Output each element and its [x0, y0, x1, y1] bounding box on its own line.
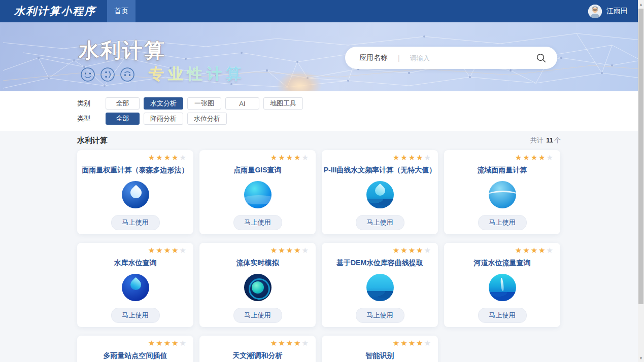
search-divider: |	[398, 54, 400, 62]
app-card: ★★★★★河道水位流量查询马上使用	[444, 243, 560, 327]
use-now-button[interactable]: 马上使用	[233, 215, 282, 230]
filter-category-hydrology[interactable]: 水文分析	[144, 97, 183, 110]
filter-category-label: 类别	[77, 99, 97, 108]
sphere-cyan-app-icon	[244, 181, 272, 208]
vertical-scrollbar[interactable]: ▲ ▼	[638, 0, 644, 362]
star-icon-filled: ★	[409, 339, 416, 347]
star-icon-filled: ★	[172, 339, 179, 347]
lens-flare	[277, 70, 322, 91]
app-card: ★★★★★流体实时模拟马上使用	[199, 243, 316, 327]
star-icon-filled: ★	[278, 339, 286, 347]
star-icon-empty: ★	[180, 246, 187, 255]
user-name: 江雨田	[606, 7, 628, 16]
user-menu[interactable]: 江雨田	[588, 5, 628, 18]
star-icon-filled: ★	[393, 246, 400, 255]
star-icon-filled: ★	[294, 153, 301, 162]
search-bar: 应用名称 |	[345, 47, 557, 69]
main-content: 水利计算 共计 11个 ★★★★★面雨量权重计算（泰森多边形法）马上使用 ★★★…	[0, 131, 644, 362]
sphere-wave-app-icon	[489, 181, 516, 208]
star-icon-filled: ★	[416, 339, 424, 347]
smiley-icon-2	[100, 67, 115, 82]
hero-subtitle: 专业性计算	[149, 64, 245, 85]
rating-stars: ★★★★★	[515, 246, 554, 254]
use-now-button[interactable]: 马上使用	[478, 215, 527, 230]
star-icon-filled: ★	[409, 246, 416, 255]
app-card: ★★★★★流域面雨量计算马上使用	[444, 150, 560, 234]
filter-category-ai[interactable]: AI	[225, 97, 259, 110]
filter-category-onemap[interactable]: 一张图	[187, 97, 221, 110]
star-icon-filled: ★	[286, 153, 294, 162]
star-icon-filled: ★	[400, 246, 408, 255]
star-icon-empty: ★	[424, 339, 432, 347]
tab-home[interactable]: 首页	[107, 0, 135, 22]
hero-banner: 水利计算 专业性计算 应用名称 |	[0, 22, 644, 91]
star-icon-filled: ★	[148, 153, 156, 162]
star-icon-filled: ★	[531, 153, 538, 162]
scrollbar-down-arrow[interactable]: ▼	[638, 354, 644, 361]
star-icon-filled: ★	[278, 246, 286, 255]
star-icon-filled: ★	[409, 153, 416, 162]
star-icon-filled: ★	[164, 339, 172, 347]
star-icon-filled: ★	[523, 246, 530, 255]
section-header: 水利计算 共计 11个	[77, 131, 561, 150]
smiley-icon-1	[80, 67, 95, 82]
user-avatar[interactable]	[588, 5, 602, 18]
section-count: 共计 11个	[530, 136, 561, 145]
app-card: ★★★★★P-III曲线水文频率计算（无特大值）马上使用	[322, 150, 438, 234]
star-icon-empty: ★	[424, 153, 432, 162]
waves-cyan-app-icon	[366, 274, 394, 301]
rating-stars: ★★★★★	[393, 154, 432, 161]
filter-category-maptools[interactable]: 地图工具	[263, 97, 303, 110]
use-now-button[interactable]: 马上使用	[478, 308, 527, 323]
use-now-button[interactable]: 马上使用	[111, 215, 160, 230]
rating-stars: ★★★★★	[270, 246, 310, 254]
star-icon-filled: ★	[172, 153, 179, 162]
star-icon-filled: ★	[148, 246, 156, 255]
navbar: 水利计算小程序 首页 江雨田	[0, 0, 644, 22]
star-icon-filled: ★	[515, 246, 523, 255]
search-icon[interactable]	[536, 53, 546, 63]
app-logo: 水利计算小程序	[14, 4, 96, 18]
rating-stars: ★★★★★	[270, 339, 310, 347]
use-now-button[interactable]: 马上使用	[111, 308, 160, 323]
star-icon-empty: ★	[302, 153, 310, 162]
rating-stars: ★★★★★	[148, 339, 187, 347]
star-icon-filled: ★	[270, 246, 278, 255]
star-icon-filled: ★	[294, 246, 301, 255]
filter-panel: 类别 全部 水文分析 一张图 AI 地图工具 类型 全部 降雨分析 水位分析	[0, 91, 644, 131]
star-icon-filled: ★	[393, 339, 400, 347]
drop-white-app-icon	[122, 181, 149, 208]
star-icon-filled: ★	[278, 153, 286, 162]
app-card: ★★★★★多雨量站点空间插值马上使用	[77, 336, 193, 362]
star-icon-filled: ★	[164, 246, 172, 255]
use-now-button[interactable]: 马上使用	[356, 308, 404, 323]
page: 水利计算小程序 首页 江雨田	[0, 0, 644, 362]
filter-category-all[interactable]: 全部	[106, 97, 140, 110]
section-title: 水利计算	[77, 136, 108, 146]
star-icon-empty: ★	[180, 153, 187, 162]
star-icon-filled: ★	[148, 339, 156, 347]
rating-stars: ★★★★★	[270, 154, 310, 161]
drop-waves-app-icon	[366, 181, 394, 208]
filter-type-all[interactable]: 全部	[106, 113, 140, 125]
scrollbar-thumb[interactable]	[638, 9, 643, 304]
star-icon-filled: ★	[400, 153, 408, 162]
app-card: ★★★★★水库水位查询马上使用	[77, 243, 193, 327]
app-card: ★★★★★面雨量权重计算（泰森多边形法）马上使用	[77, 150, 193, 234]
star-icon-empty: ★	[547, 246, 554, 255]
search-input[interactable]	[410, 54, 536, 62]
star-icon-empty: ★	[424, 246, 432, 255]
star-icon-filled: ★	[156, 153, 163, 162]
filter-type-rainfall[interactable]: 降雨分析	[144, 113, 183, 125]
use-now-button[interactable]: 马上使用	[356, 215, 404, 230]
use-now-button[interactable]: 马上使用	[233, 308, 282, 323]
rating-stars: ★★★★★	[148, 246, 187, 254]
star-icon-filled: ★	[172, 246, 179, 255]
app-card: ★★★★★基于DEM水位库容曲线提取马上使用	[322, 243, 438, 327]
star-icon-filled: ★	[393, 153, 400, 162]
scrollbar-up-arrow[interactable]: ▲	[638, 1, 644, 8]
smiley-icon-3	[120, 67, 135, 82]
avatar-photo	[588, 5, 602, 18]
filter-type-label: 类型	[77, 114, 97, 123]
filter-type-waterlevel[interactable]: 水位分析	[187, 113, 227, 125]
